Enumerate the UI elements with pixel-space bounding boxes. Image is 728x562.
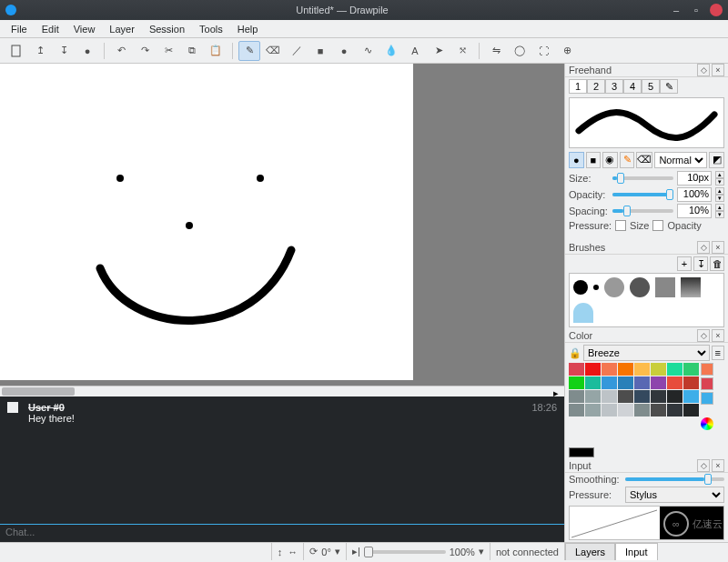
spacing-value[interactable]: 10% [677, 204, 712, 218]
copy-button[interactable]: ⧉ [181, 41, 203, 61]
detach-icon[interactable]: ◇ [697, 241, 710, 254]
freehand-tool[interactable]: ✎ [238, 41, 260, 61]
preset-4[interactable]: 4 [623, 79, 642, 94]
zoom-out-icon[interactable]: ▸| [352, 546, 360, 557]
fill-tool[interactable]: 💧 [380, 41, 402, 61]
record-button[interactable]: ● [76, 41, 98, 61]
color-swatch[interactable] [634, 376, 650, 389]
color-swatch[interactable] [618, 376, 633, 389]
preset-2[interactable]: 2 [587, 79, 605, 94]
opacity-slider[interactable] [612, 193, 673, 196]
pointer-tool[interactable]: ⤲ [451, 41, 473, 61]
pressure-mode-select[interactable]: Stylus [625, 487, 724, 503]
color-swatch[interactable] [602, 376, 617, 389]
preset-5[interactable]: 5 [642, 79, 660, 94]
color-wheel-icon[interactable] [701, 417, 713, 430]
palette-select[interactable]: Breeze [583, 345, 710, 361]
color-swatch[interactable] [618, 390, 633, 403]
tab-layers[interactable]: Layers [565, 543, 615, 560]
ellipse-tool[interactable]: ● [333, 41, 355, 61]
bezier-tool[interactable]: ∿ [357, 41, 379, 61]
menu-layer[interactable]: Layer [102, 22, 142, 36]
color-swatch[interactable] [683, 390, 699, 403]
size-up[interactable]: ▴ [715, 171, 724, 178]
preset-1[interactable]: 1 [569, 79, 587, 94]
color-swatch[interactable] [683, 363, 699, 376]
pressure-opacity-checkbox[interactable] [652, 220, 663, 231]
undo-button[interactable]: ↶ [110, 41, 132, 61]
extra-swatch-2[interactable] [701, 377, 713, 390]
color-swatch[interactable] [634, 363, 650, 376]
menu-session[interactable]: Session [142, 22, 192, 36]
spacing-slider[interactable] [612, 209, 673, 213]
color-swatch[interactable] [585, 390, 601, 403]
color-swatch[interactable] [602, 390, 617, 403]
preset-3[interactable]: 3 [605, 79, 623, 94]
canvas[interactable] [0, 64, 413, 380]
pressure-size-checkbox[interactable] [615, 220, 626, 231]
color-swatch[interactable] [667, 363, 682, 376]
detach-icon[interactable]: ◇ [697, 329, 710, 342]
color-swatch[interactable] [585, 363, 601, 376]
smoothing-slider[interactable] [625, 477, 724, 481]
color-swatch[interactable] [651, 390, 666, 403]
tab-input[interactable]: Input [615, 543, 657, 560]
color-swatch[interactable] [651, 376, 666, 389]
cut-button[interactable]: ✂ [157, 41, 179, 61]
color-swatch[interactable] [634, 390, 650, 403]
add-brush-icon[interactable]: + [677, 256, 692, 271]
horizontal-scrollbar[interactable]: ▸ [0, 386, 564, 396]
lock-icon[interactable]: 🔒 [569, 347, 581, 359]
select-tool[interactable]: ⛶ [532, 41, 554, 61]
color-swatch[interactable] [667, 376, 682, 389]
canvas-area[interactable] [0, 64, 564, 386]
brushes-grid[interactable] [569, 273, 724, 327]
size-slider[interactable] [612, 176, 673, 180]
flip-tool[interactable]: ⇋ [485, 41, 507, 61]
rect-tool[interactable]: ■ [309, 41, 331, 61]
text-tool[interactable]: A [404, 41, 426, 61]
new-button[interactable] [5, 41, 27, 61]
save-brush-icon[interactable]: ↧ [693, 256, 708, 271]
tip-soft-icon[interactable]: ◉ [602, 152, 618, 168]
line-tool[interactable]: ／ [286, 41, 308, 61]
menu-tools[interactable]: Tools [192, 22, 230, 36]
color-palette[interactable] [569, 363, 699, 430]
detach-icon[interactable]: ◇ [697, 64, 710, 76]
menu-view[interactable]: View [66, 22, 103, 36]
color-swatch[interactable] [602, 363, 617, 376]
menu-edit[interactable]: Edit [35, 22, 66, 36]
color-swatch[interactable] [585, 376, 601, 389]
color-swatch[interactable] [569, 376, 584, 389]
minimize-button[interactable]: – [670, 4, 682, 16]
zoom-slider[interactable] [364, 550, 446, 554]
extra-swatch-3[interactable] [701, 392, 713, 405]
close-panel-icon[interactable]: × [712, 64, 724, 76]
color-swatch[interactable] [667, 390, 682, 403]
rotation-control[interactable]: ⟳ 0° ▾ [303, 543, 340, 560]
size-down[interactable]: ▾ [715, 178, 724, 186]
color-swatch[interactable] [683, 376, 699, 389]
color-swatch[interactable] [618, 404, 633, 416]
save-button[interactable]: ↧ [53, 41, 75, 61]
tip-marker-icon[interactable]: ✎ [620, 152, 635, 168]
tip-eraser-icon[interactable]: ⌫ [636, 152, 652, 168]
tip-square-icon[interactable]: ■ [586, 152, 602, 168]
close-button[interactable] [710, 4, 723, 16]
close-panel-icon[interactable]: × [712, 329, 724, 342]
lasso-tool[interactable]: ◯ [509, 41, 531, 61]
preset-edit-icon[interactable]: ✎ [660, 79, 678, 94]
color-swatch[interactable] [569, 390, 584, 403]
open-button[interactable]: ↥ [29, 41, 51, 61]
close-panel-icon[interactable]: × [712, 459, 724, 472]
current-color[interactable] [569, 447, 594, 457]
color-swatch[interactable] [651, 404, 666, 416]
color-swatch[interactable] [634, 404, 650, 416]
redo-button[interactable]: ↷ [134, 41, 156, 61]
paste-button[interactable]: 📋 [205, 41, 227, 61]
picker-tool[interactable]: ➤ [428, 41, 450, 61]
extra-swatch-1[interactable] [701, 363, 713, 376]
delete-brush-icon[interactable]: 🗑 [710, 256, 724, 271]
color-swatch[interactable] [602, 404, 617, 416]
color-swatch[interactable] [667, 404, 682, 416]
